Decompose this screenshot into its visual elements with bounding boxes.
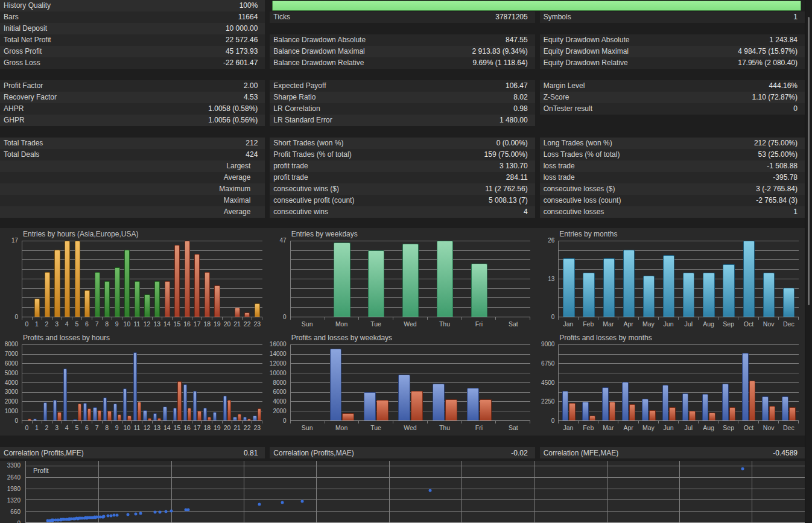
bar-slot [162,344,173,420]
stat-row: Balance Drawdown Relative9.69% (1 118.64… [270,57,534,69]
bar-slot [639,344,659,420]
bar-slot [462,344,496,420]
stat-row [540,23,805,34]
stat-label: loss trade [540,172,773,183]
x-axis-tick-label: 10 [122,320,132,329]
bar-slot [291,241,325,317]
y-axis-labels: 1600014000120001000080006000400020000 [268,344,288,421]
x-axis-tick-label: 5 [72,424,82,433]
stat-value: 1.0058 (0.58%) [208,103,265,115]
y-axis-tick-label: 2640 [7,474,21,481]
scrollbar-track[interactable] [805,0,812,523]
stat-label: Maximal [0,195,258,206]
correlation-row: Correlation (Profits,MFE)0.81Correlation… [0,447,805,458]
bar [662,385,669,421]
bar [45,272,50,317]
bar [629,404,636,420]
stat-value: 0 [793,103,805,115]
bar [569,403,576,420]
y-axis-labels: 800070006000500040003000200010000 [0,344,19,421]
bar-slot [428,344,462,420]
bar [185,241,190,317]
bar [433,384,445,420]
bar-slot [718,241,738,317]
x-axis-tick-label: 15 [172,424,182,433]
bar-slot [393,344,428,420]
stat-value: 444.16% [769,80,805,92]
stat-label: consecutive profit (count) [270,195,489,206]
bar [118,414,121,420]
bar-slot [325,241,359,317]
bars-layer [559,241,799,317]
bar-slot [619,241,639,317]
stat-value: 1 [793,11,805,23]
bar [682,393,689,420]
x-axis-tick-label: Jan [558,320,578,329]
bar [769,406,776,421]
x-axis-tick-label: 4 [62,424,72,433]
gridline [98,461,99,522]
stat-row: Total Trades212 [0,138,265,149]
bar [255,303,260,317]
scatter-point [68,518,71,521]
gridline [26,477,805,478]
bar [342,413,354,420]
x-axis-tick-label: Nov [759,320,779,329]
stat-label: Equity Drawdown Absolute [540,34,770,46]
bar [480,399,492,420]
correlation-cell: Correlation (Profits,MFE)0.81 [0,447,265,458]
bar [34,299,40,317]
bar-slot [72,241,83,317]
bar [65,241,70,317]
stat-value: 3 (-2 765.84) [756,183,805,195]
x-axis-tick-label: 23 [252,320,262,329]
y-axis-labels: 90006750450022500 [536,344,556,421]
stat-label: Z-Score [540,92,752,103]
bar [467,388,479,420]
bar [157,418,161,420]
bar [258,408,261,420]
x-axis-tick-label: Oct [738,424,758,433]
y-axis-tick-label: 47 [280,237,287,244]
stat-label: LR Correlation [270,103,513,115]
y-axis-tick-label: 16000 [270,341,287,347]
x-axis-tick-label: Mon [325,424,359,433]
bar [223,396,227,420]
x-axis-tick-label: Sun [290,424,325,433]
stat-value: 5 008.13 (7) [489,195,535,206]
chart-title: Entries by months [559,230,617,238]
bar [602,387,609,420]
stat-value: 212 [246,138,265,149]
x-axis-tick-label: Wed [393,424,428,433]
bar [63,369,67,420]
bar-slot [122,344,133,420]
bar [243,417,247,420]
bar [188,408,191,420]
y-axis-tick-label: 2000 [5,398,18,405]
bar-slot [52,344,63,420]
bar-slot [779,241,799,317]
y-axis-tick-label: 0 [551,417,555,424]
bar-slot [122,241,133,317]
bar-slot [82,344,92,420]
scrollbar-thumb[interactable] [808,17,810,305]
x-axis-tick-label: 20 [222,320,232,329]
stat-value: 45 173.93 [226,46,265,57]
bar-slot [82,241,92,317]
x-axis-tick-label: 16 [182,424,192,433]
x-axis-tick-label: Jan [558,424,578,433]
bar [95,272,100,317]
stat-row: Total Deals424 [0,149,265,160]
history-quality-progress-bar [272,1,801,11]
x-axis-tick-label: Jun [658,424,678,433]
chart-title: Profits and losses by months [559,334,652,342]
scatter-point [165,510,168,513]
stat-label: GHPR [0,115,208,126]
x-axis-tick-label: 5 [72,320,82,329]
x-axis-ticks [22,317,262,320]
plot-area: Profit [25,461,805,523]
bar [197,411,201,420]
bars-layer [22,344,262,420]
bar-slot [559,344,579,420]
correlation-label: Correlation (Profits,MFE) [0,449,244,457]
